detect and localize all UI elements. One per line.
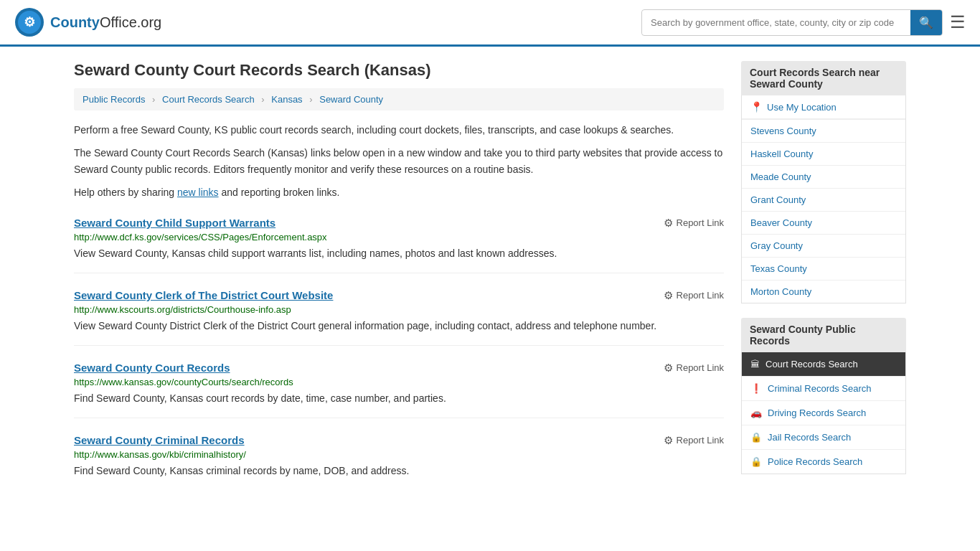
header: ⚙ CountyOffice.org 🔍 ☰ (0, 0, 980, 47)
county-link-meade[interactable]: Meade County (742, 166, 905, 188)
nearby-title: Court Records Search near Seward County (741, 61, 906, 95)
logo-icon: ⚙ (14, 7, 44, 37)
county-item-texas[interactable]: Texas County (742, 258, 905, 281)
breadcrumb-public-records[interactable]: Public Records (83, 94, 145, 105)
jail-icon: 🔒 (750, 432, 762, 443)
breadcrumb: Public Records › Court Records Search › … (74, 88, 724, 110)
result-title-2: Seward County Court Records (74, 362, 230, 374)
county-item-beaver[interactable]: Beaver County (742, 212, 905, 235)
nearby-section: Court Records Search near Seward County … (741, 61, 906, 303)
rec-jail-records-link[interactable]: 🔒 Jail Records Search (742, 425, 905, 449)
rec-police-records-link[interactable]: 🔒 Police Records Search (742, 450, 905, 474)
rec-police-label: Police Records Search (768, 456, 862, 467)
search-button[interactable]: 🔍 (910, 10, 942, 35)
result-link-0[interactable]: Seward County Child Support Warrants (74, 217, 275, 229)
result-desc-1: View Seward County District Clerk of the… (74, 319, 724, 334)
rec-court-records-link[interactable]: 🏛 Court Records Search (742, 352, 905, 376)
rec-police-records[interactable]: 🔒 Police Records Search (742, 450, 905, 474)
breadcrumb-court-records[interactable]: Court Records Search (162, 94, 255, 105)
county-link-grant[interactable]: Grant County (742, 189, 905, 211)
report-link-2[interactable]: ⚙ Report Link (664, 362, 724, 375)
use-location-item[interactable]: 📍 Use My Location (742, 95, 905, 120)
rec-criminal-records-link[interactable]: ❗ Criminal Records Search (742, 377, 905, 400)
county-item-meade[interactable]: Meade County (742, 166, 905, 189)
description-3-pre: Help others by sharing (74, 187, 177, 198)
report-label-3: Report Link (677, 435, 724, 446)
result-header-3: Seward County Criminal Records ⚙ Report … (74, 434, 724, 447)
county-link-texas[interactable]: Texas County (742, 258, 905, 280)
county-item-haskell[interactable]: Haskell County (742, 143, 905, 166)
rec-driving-label: Driving Records Search (768, 408, 866, 418)
rec-driving-records-link[interactable]: 🚗 Driving Records Search (742, 401, 905, 425)
sidebar: Court Records Search near Seward County … (741, 61, 906, 490)
breadcrumb-sep-1: › (152, 94, 155, 105)
result-url-3: http://www.kansas.gov/kbi/criminalhistor… (74, 449, 724, 460)
breadcrumb-kansas[interactable]: Kansas (271, 94, 302, 105)
result-desc-2: Find Seward County, Kansas court records… (74, 391, 724, 406)
court-icon: 🏛 (750, 359, 760, 369)
result-url-0: http://www.dcf.ks.gov/services/CSS/Pages… (74, 232, 724, 242)
result-title-0: Seward County Child Support Warrants (74, 217, 275, 229)
report-icon-1: ⚙ (664, 289, 673, 302)
county-link-morton[interactable]: Morton County (742, 281, 905, 303)
result-item-3: Seward County Criminal Records ⚙ Report … (74, 434, 724, 490)
report-link-0[interactable]: ⚙ Report Link (664, 217, 724, 230)
result-url-2: https://www.kansas.gov/countyCourts/sear… (74, 377, 724, 387)
report-icon-3: ⚙ (664, 434, 673, 447)
main-container: Seward County Court Records Search (Kans… (60, 47, 920, 504)
results-container: Seward County Child Support Warrants ⚙ R… (74, 217, 724, 490)
breadcrumb-seward-county[interactable]: Seward County (319, 94, 383, 105)
nearby-list: 📍 Use My Location Stevens County Haskell… (741, 95, 906, 303)
logo-text: CountyOffice.org (50, 14, 161, 31)
county-item-morton[interactable]: Morton County (742, 281, 905, 303)
description-1: Perform a free Seward County, KS public … (74, 122, 724, 138)
county-item-stevens[interactable]: Stevens County (742, 120, 905, 143)
search-input[interactable] (642, 11, 910, 34)
county-item-grant[interactable]: Grant County (742, 189, 905, 212)
result-link-1[interactable]: Seward County Clerk of The District Cour… (74, 289, 333, 301)
logo-area: ⚙ CountyOffice.org (14, 7, 161, 37)
report-label-2: Report Link (677, 362, 724, 373)
rec-court-records[interactable]: 🏛 Court Records Search (742, 352, 905, 377)
result-header-1: Seward County Clerk of The District Cour… (74, 289, 724, 302)
county-item-gray[interactable]: Gray County (742, 235, 905, 258)
county-link-haskell[interactable]: Haskell County (742, 143, 905, 165)
svg-text:⚙: ⚙ (24, 15, 35, 29)
description-2: The Seward County Court Records Search (… (74, 145, 724, 177)
result-url-1: http://www.kscourts.org/districts/Courth… (74, 304, 724, 315)
menu-icon[interactable]: ☰ (950, 12, 966, 32)
result-item-1: Seward County Clerk of The District Cour… (74, 289, 724, 346)
county-link-beaver[interactable]: Beaver County (742, 212, 905, 234)
content-area: Seward County Court Records Search (Kans… (74, 61, 724, 490)
county-link-stevens[interactable]: Stevens County (742, 120, 905, 142)
result-desc-0: View Seward County, Kansas child support… (74, 246, 724, 261)
public-records-section: Seward County Public Records 🏛 Court Rec… (741, 318, 906, 474)
use-location-label: Use My Location (767, 102, 837, 113)
report-label-0: Report Link (677, 217, 724, 228)
breadcrumb-sep-3: › (309, 94, 312, 105)
new-links-link[interactable]: new links (177, 187, 219, 198)
county-link-gray[interactable]: Gray County (742, 235, 905, 257)
search-bar: 🔍 (641, 9, 943, 36)
breadcrumb-sep-2: › (261, 94, 264, 105)
rec-criminal-records[interactable]: ❗ Criminal Records Search (742, 377, 905, 401)
rec-criminal-label: Criminal Records Search (768, 383, 872, 394)
result-link-2[interactable]: Seward County Court Records (74, 362, 230, 374)
result-header-0: Seward County Child Support Warrants ⚙ R… (74, 217, 724, 230)
rec-jail-label: Jail Records Search (768, 432, 851, 443)
public-records-list: 🏛 Court Records Search ❗ Criminal Record… (741, 352, 906, 474)
criminal-icon: ❗ (750, 383, 762, 394)
result-item-0: Seward County Child Support Warrants ⚙ R… (74, 217, 724, 273)
public-records-title: Seward County Public Records (741, 318, 906, 352)
result-title-3: Seward County Criminal Records (74, 434, 245, 446)
report-label-1: Report Link (677, 290, 724, 301)
rec-jail-records[interactable]: 🔒 Jail Records Search (742, 425, 905, 450)
rec-driving-records[interactable]: 🚗 Driving Records Search (742, 401, 905, 425)
report-icon-2: ⚙ (664, 362, 673, 375)
report-link-3[interactable]: ⚙ Report Link (664, 434, 724, 447)
result-title-1: Seward County Clerk of The District Cour… (74, 289, 333, 301)
report-link-1[interactable]: ⚙ Report Link (664, 289, 724, 302)
result-desc-3: Find Seward County, Kansas criminal reco… (74, 463, 724, 479)
result-link-3[interactable]: Seward County Criminal Records (74, 434, 245, 446)
police-icon: 🔒 (750, 456, 762, 467)
